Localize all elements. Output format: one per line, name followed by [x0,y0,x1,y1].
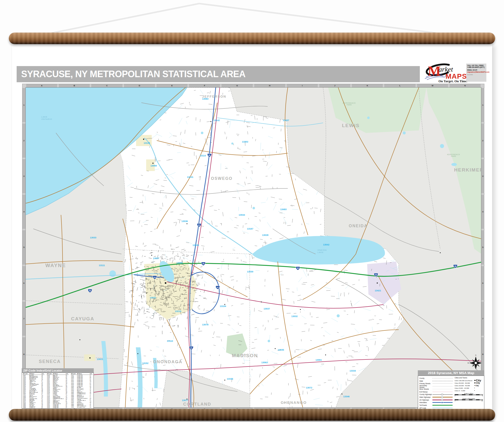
grid-ruler-left: 123456789 [22,87,25,408]
grid-number: 1 [481,88,484,122]
grid-number: 1 [22,88,25,122]
texture-stroke [158,218,158,223]
map-artwork: 9090909090818181481690 N W E S [26,88,481,408]
legend-line-label: Interstates [419,402,432,403]
scale-bar-ticks: 05 [455,395,483,397]
legend-line-sample [432,381,453,381]
legend-line-label: US Highways [419,399,432,401]
legend-line-row: US Highways [419,399,453,401]
texture-stroke [197,289,197,291]
legend-cities-column: Cities and Towns Cities 100,000 and Abov… [453,377,483,409]
zip-index-cell: 13090 [23,408,29,409]
scale-tick: 10 [481,400,483,402]
texture-stroke [179,306,179,309]
legend-city-row: Cities 25,000 - 49,999City [455,384,483,387]
grid-letter: H [254,84,285,87]
zip-index-cell: F6 [66,408,69,409]
zip-index-cell: WILLIAMSTOWN [77,407,89,408]
texture-stroke [151,252,151,254]
legend-body: CountyStatePrimary StreetsSecondary Stre… [418,376,484,411]
legend-city-label: Cities 100,000 and Above [455,380,474,381]
legend-line-sample [432,383,453,384]
title-bar: SYRACUSE, NY METROPOLITAN STATISTICAL AR… [17,66,420,82]
grid-number: 3 [481,159,484,193]
legend-line-label: ZIP Code [419,407,432,409]
legend-line-label: County [419,377,432,379]
grid-number: 7 [22,302,25,336]
texture-stroke [152,301,155,301]
route-marker-icon [441,397,443,398]
legend-line-row: County Highways [419,393,453,396]
grid-letter: D [124,84,155,87]
texture-stroke [153,269,155,269]
grid-number: 8 [22,337,25,371]
grid-letter: M [417,84,448,87]
grid-ruler-right: 123456789 [481,87,484,408]
svg-text:690: 690 [154,277,156,278]
texture-stroke [164,259,166,259]
legend-line-label: County Highways [419,393,432,395]
svg-text:W: W [467,362,469,364]
legend-line-sample [432,392,453,392]
interstate-shield-icon [441,402,443,403]
city-dot-icon [474,385,475,386]
texture-stroke [195,301,198,302]
svg-text:90: 90 [375,274,377,276]
legend-line-label: State Highways [419,396,432,398]
city-dot-icon [474,382,475,383]
city-dot-icon [474,380,476,381]
zip-index-row: 13206SYRACUSEF6 [47,408,69,409]
texture-stroke [154,299,154,300]
scale-tick: 0 [455,400,455,402]
contact-email-label: EMAIL US AT: [467,69,485,71]
legend-line-label: Minor Streets [419,388,432,390]
grid-number: 2 [481,124,484,158]
marketmaps-logo: M arket MAPS On Target. On Time. [422,62,467,84]
grid-number: 5 [22,230,25,264]
grid-letter: E [156,84,187,87]
legend-city-row: Cities 50,000 - 99,999City [455,382,483,384]
logo-market: arket [438,65,453,73]
svg-text:81: 81 [190,347,192,349]
contact-code: D123456 [467,74,485,76]
zip-index-table: ZIP CodeZIP NameLOC13021AUBURNC813027BAL… [23,373,45,409]
grid-number: 5 [481,230,484,264]
svg-text:81: 81 [198,224,200,226]
svg-text:90: 90 [202,263,204,265]
texture-stroke [174,325,175,326]
map-frame: ABCDEFGHIJKLMN ABCDEFGHIJKLMN 123456789 … [22,84,484,411]
wooden-rail-top [9,33,495,44]
route-marker-icon [441,394,443,395]
legend-header: 2018 Syracuse, NY MSA Map [418,370,484,376]
grid-number: 6 [22,266,25,300]
zip-index-cell: 13206 [47,408,53,409]
legend-line-label: State [419,380,432,382]
legend-box: 2018 Syracuse, NY MSA Map CountyStatePri… [418,370,484,411]
legend-city-row: Cities 5,000 - 24,999 [455,387,483,389]
legend-line-row: State Highways [419,396,453,398]
legend-line-sample [432,408,453,408]
legend-city-row: Cities 100,000 and AboveCity [455,379,483,382]
grid-letter: C [91,84,122,87]
city-dot-icon [474,388,475,388]
legend-scalebars: Scale in Miles05Scale in Kilometers010 [455,393,483,403]
legend-line-sample [432,405,453,406]
legend-line-row: Secondary Streets [419,385,453,387]
zip-index-cell: E6 [41,408,45,409]
product-photo: SYRACUSE, NY METROPOLITAN STATISTICAL AR… [0,0,504,422]
legend-city-row: Cities 0 - 4,999 [455,389,483,392]
legend-line-row: State [419,380,453,382]
svg-text:N: N [475,354,476,356]
zip-index-body: ZIP CodeZIP NameLOC13021AUBURNC813027BAL… [22,373,94,409]
city-dot-icon [474,390,475,391]
legend-line-sample [432,400,453,400]
legend-line-sample [432,386,453,386]
grid-letter: B [59,84,90,87]
scale-bar-ticks: 010 [455,400,483,402]
grid-number: 2 [22,124,25,158]
legend-line-label: Secondary Streets [419,385,432,388]
zip-index-row: 13090LIVERPOOLE6 [23,408,45,409]
urban-area-fulton [146,159,155,171]
legend-line-sample [432,378,453,378]
zip-index-row: 13493WILLIAMSTOWNH3 [71,407,93,408]
